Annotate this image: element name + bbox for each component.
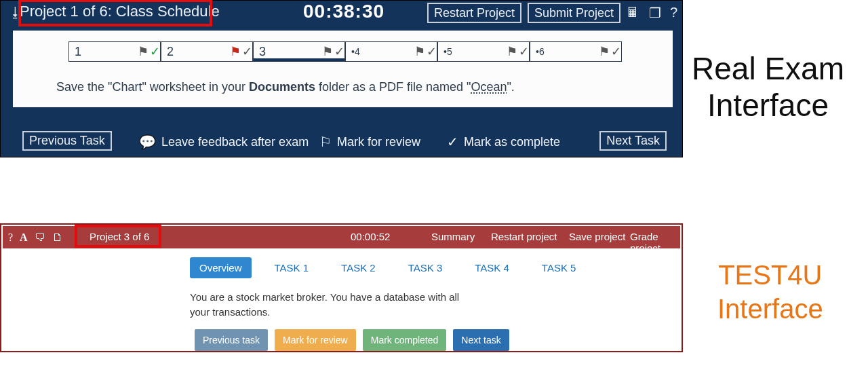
mark-review-action[interactable]: ⚐ Mark for review (319, 134, 420, 150)
task-instruction: Save the "Chart" worksheet in your Docum… (56, 80, 515, 94)
help-icon[interactable]: ? (670, 5, 677, 20)
calculator-icon[interactable]: 🖩 (626, 5, 639, 20)
flag-icon: ⚑ (414, 44, 425, 59)
flag-icon: ⚐ (319, 134, 332, 150)
project-title: Project 1 of 6: Class Schedule (20, 3, 220, 20)
task-tab-3[interactable]: 3 ⚑ ✓ (253, 41, 345, 62)
task-tab-num: •4 (351, 46, 363, 57)
previous-task-button[interactable]: Previous Task (22, 131, 112, 151)
task-tab-row: 1 ⚑ ✓ 2 ⚑ ✓ 3 ⚑ ✓ •4 ⚑ ✓ (68, 41, 622, 62)
bottom-row: Previous Task 💬 Leave feedback after exa… (22, 131, 667, 154)
exam-outer: ⭳ Project 1 of 6: Class Schedule 00:38:3… (0, 0, 683, 157)
task-tab-num: 3 (259, 45, 271, 59)
submit-project-button[interactable]: Submit Project (528, 3, 620, 23)
check-icon: ✓ (447, 134, 458, 150)
mark-complete-action[interactable]: ✓ Mark as complete (447, 134, 560, 150)
check-icon: ✓ (519, 44, 529, 59)
flag-icon: ⚑ (507, 44, 517, 59)
check-icon: ✓ (334, 44, 344, 59)
instr-d: Ocean (471, 80, 507, 94)
instr-c: folder as a PDF file named " (315, 80, 471, 94)
timer: 00:38:30 (303, 1, 384, 22)
flag-icon: ⚑ (230, 44, 241, 59)
task-tab-num: •5 (443, 46, 456, 57)
leave-feedback-action[interactable]: 💬 Leave feedback after exam (139, 134, 309, 150)
check-icon: ✓ (611, 44, 621, 59)
task-tab-num: 1 (75, 45, 87, 59)
restart-project-button[interactable]: Restart Project (427, 3, 521, 23)
task-tab-num: •6 (536, 46, 548, 57)
flag-icon: ⚑ (138, 44, 149, 59)
check-icon: ✓ (427, 44, 437, 59)
task-tab-4[interactable]: •4 ⚑ ✓ (345, 41, 437, 62)
speech-bubble-icon: 💬 (139, 134, 156, 150)
next-task-button[interactable]: Next Task (599, 131, 667, 151)
task-tab-num: 2 (167, 45, 179, 59)
instr-b: Documents (249, 80, 315, 94)
check-icon: ✓ (150, 44, 160, 59)
instr-a: Save the "Chart" worksheet in your (56, 80, 249, 94)
leave-feedback-label: Leave feedback after exam (161, 135, 309, 149)
check-icon: ✓ (242, 44, 252, 59)
flag-icon: ⚑ (322, 44, 333, 59)
task-tab-5[interactable]: •5 ⚑ ✓ (437, 41, 530, 62)
task-tab-2[interactable]: 2 ⚑ ✓ (161, 41, 253, 62)
mark-complete-label: Mark as complete (464, 135, 560, 149)
windows-icon[interactable]: ❐ (649, 5, 661, 21)
instr-e: ". (507, 80, 514, 94)
label-real-exam: Real Exam Interface (692, 50, 844, 124)
flag-icon: ⚑ (599, 44, 610, 59)
task-tab-6[interactable]: •6 ⚑ ✓ (530, 41, 622, 62)
task-tab-1[interactable]: 1 ⚑ ✓ (68, 41, 161, 62)
real-exam-panel: ⭳ Project 1 of 6: Class Schedule 00:38:3… (0, 0, 683, 160)
mark-review-label: Mark for review (337, 135, 420, 149)
